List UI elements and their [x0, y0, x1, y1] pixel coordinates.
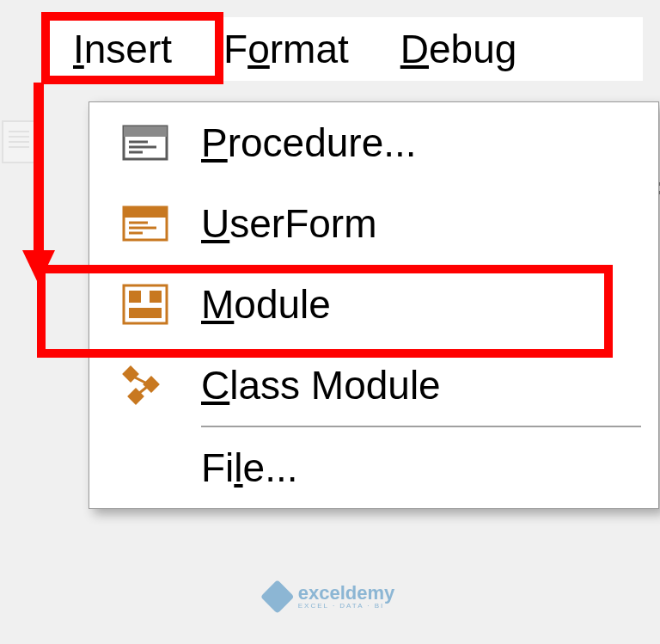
watermark: exceldemy EXCEL · DATA · BI — [266, 584, 395, 610]
svg-marker-20 — [22, 250, 55, 285]
class-module-label: Class Module — [201, 362, 658, 408]
menu-format[interactable]: Format — [198, 17, 375, 81]
module-icon — [89, 284, 201, 325]
menu-region: Insert Format Debug Procedure... — [47, 17, 643, 81]
procedure-label: Procedure... — [201, 120, 658, 166]
procedure-icon — [89, 125, 201, 161]
svg-line-18 — [138, 387, 147, 394]
insert-dropdown: Procedure... UserForm — [89, 101, 659, 509]
dropdown-item-procedure[interactable]: Procedure... — [89, 102, 658, 183]
watermark-main-text: exceldemy — [298, 584, 395, 603]
svg-rect-11 — [129, 291, 141, 303]
svg-rect-14 — [122, 365, 139, 383]
svg-rect-6 — [124, 207, 167, 218]
svg-line-17 — [133, 377, 147, 383]
dropdown-item-class-module[interactable]: Class Module — [89, 345, 658, 426]
background-doc-icon — [2, 120, 36, 163]
menubar: Insert Format Debug — [47, 17, 643, 81]
menu-debug[interactable]: Debug — [375, 17, 543, 81]
module-label: Module — [201, 281, 658, 328]
menu-insert[interactable]: Insert — [47, 17, 198, 81]
svg-rect-13 — [129, 308, 162, 318]
class-module-icon — [89, 365, 201, 406]
svg-rect-15 — [143, 376, 160, 393]
dropdown-item-file[interactable]: File... — [89, 427, 658, 508]
watermark-logo-icon — [260, 580, 295, 614]
dropdown-item-module[interactable]: Module — [89, 264, 658, 345]
userform-icon — [89, 205, 201, 242]
svg-rect-1 — [124, 126, 167, 137]
dropdown-item-userform[interactable]: UserForm — [89, 183, 658, 264]
watermark-sub-text: EXCEL · DATA · BI — [298, 603, 395, 610]
file-label: File... — [201, 445, 658, 491]
userform-label: UserForm — [201, 200, 658, 247]
svg-rect-12 — [150, 291, 162, 303]
red-arrow-annotation — [17, 83, 60, 289]
